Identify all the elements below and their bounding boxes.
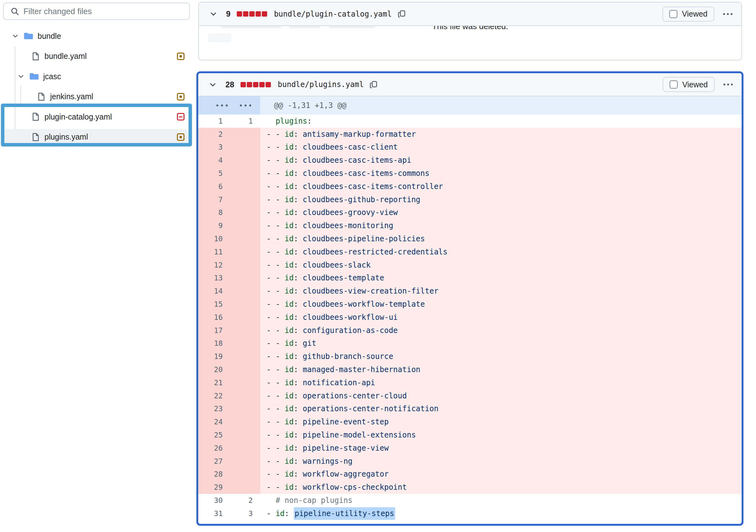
new-line-number[interactable]: 3 — [231, 507, 260, 520]
old-line-number[interactable]: 21 — [198, 376, 231, 389]
code-content: - - id: operations-center-cloud — [260, 389, 742, 402]
viewed-checkbox[interactable] — [669, 10, 677, 18]
old-line-number[interactable]: 29 — [198, 481, 231, 494]
collapse-chevron-icon[interactable] — [209, 81, 217, 89]
new-line-number[interactable] — [231, 167, 260, 180]
new-line-number[interactable] — [231, 468, 260, 481]
old-line-number[interactable]: 30 — [198, 494, 231, 507]
file-icon — [31, 52, 40, 61]
old-line-number[interactable]: 20 — [198, 363, 231, 376]
new-line-number[interactable] — [231, 428, 260, 442]
viewed-checkbox[interactable] — [669, 80, 678, 89]
new-line-number[interactable] — [231, 128, 260, 141]
diff-line: 302 # non-cap plugins — [198, 494, 742, 507]
new-line-number[interactable] — [231, 389, 260, 402]
new-line-number[interactable] — [231, 415, 260, 428]
old-line-number[interactable]: 24 — [198, 415, 231, 428]
new-line-number[interactable] — [231, 337, 260, 350]
file-path-link[interactable]: bundle/plugin-catalog.yaml — [274, 10, 392, 18]
code-content: - - id: cloudbees-casc-items-api — [260, 154, 742, 167]
old-line-number[interactable]: 28 — [198, 468, 231, 481]
old-line-number[interactable]: 1 — [198, 114, 231, 128]
new-line-number[interactable] — [231, 219, 260, 232]
old-line-number[interactable]: 23 — [198, 402, 231, 416]
old-line-number[interactable]: 27 — [198, 455, 231, 468]
collapse-chevron-icon[interactable] — [209, 10, 217, 18]
old-line-number[interactable]: 10 — [198, 232, 231, 245]
new-line-number[interactable] — [231, 298, 260, 311]
code-content: - - id: cloudbees-groovy-view — [260, 206, 742, 219]
file-path-link[interactable]: bundle/plugins.yaml — [278, 80, 364, 89]
tree-item-bundle-yaml[interactable]: bundle.yaml — [3, 48, 189, 64]
chevron-down-icon[interactable] — [12, 33, 19, 39]
file-icon — [31, 133, 40, 141]
new-line-number[interactable] — [231, 193, 260, 206]
old-line-number[interactable]: 11 — [198, 245, 231, 259]
old-line-number[interactable]: 4 — [198, 154, 231, 167]
code-content: - - id: notification-api — [260, 376, 742, 389]
new-line-number[interactable] — [231, 245, 260, 259]
new-line-number[interactable] — [231, 232, 260, 245]
new-line-number[interactable] — [231, 481, 260, 494]
old-line-number[interactable]: 13 — [198, 272, 231, 285]
old-line-number[interactable]: 31 — [198, 507, 231, 520]
new-line-number[interactable] — [231, 272, 260, 285]
new-line-number[interactable]: 1 — [231, 114, 260, 128]
old-line-number[interactable]: 9 — [198, 219, 231, 232]
new-line-number[interactable] — [231, 311, 260, 324]
file-options-kebab-icon[interactable] — [722, 11, 733, 17]
new-line-number[interactable] — [231, 285, 260, 298]
code-content: - id: pipeline-utility-steps — [260, 507, 742, 520]
code-content: - - id: cloudbees-restricted-credentials — [260, 245, 742, 259]
new-line-number[interactable] — [231, 350, 260, 363]
new-line-number[interactable] — [231, 402, 260, 416]
new-line-number[interactable] — [231, 455, 260, 468]
old-line-number[interactable]: 2 — [198, 128, 231, 141]
old-line-number[interactable]: 5 — [198, 167, 231, 180]
folder-icon — [24, 31, 33, 41]
diff-line: 7- - id: cloudbees-github-reporting — [198, 193, 742, 206]
old-line-number[interactable]: 19 — [198, 350, 231, 363]
new-line-number[interactable] — [231, 154, 260, 167]
file-options-kebab-icon[interactable] — [723, 81, 734, 88]
old-line-number[interactable]: 17 — [198, 324, 231, 337]
code-content: - - id: warnings-ng — [260, 455, 742, 468]
new-line-number[interactable] — [231, 206, 260, 219]
new-line-number[interactable] — [231, 180, 260, 193]
old-line-number[interactable]: 14 — [198, 285, 231, 298]
old-line-number[interactable]: 26 — [198, 442, 231, 455]
old-line-number[interactable]: 18 — [198, 337, 231, 350]
tree-item-jenkins-yaml[interactable]: jenkins.yaml — [3, 89, 189, 105]
copy-path-icon[interactable] — [397, 10, 406, 18]
new-line-number[interactable]: 2 — [231, 494, 260, 507]
old-line-number[interactable]: 25 — [198, 428, 231, 442]
tree-item-plugin-catalog-yaml[interactable]: plugin-catalog.yaml — [3, 109, 189, 125]
diff-line: 13- - id: cloudbees-template — [198, 272, 742, 285]
new-line-number[interactable] — [231, 141, 260, 154]
tree-item-bundle[interactable]: bundle — [3, 28, 189, 44]
old-line-number[interactable]: 22 — [198, 389, 231, 402]
tree-item-label: jenkins.yaml — [50, 92, 93, 101]
viewed-toggle-button[interactable]: Viewed — [663, 77, 715, 92]
new-line-number[interactable] — [231, 259, 260, 272]
old-line-number[interactable]: 16 — [198, 311, 231, 324]
new-line-number[interactable] — [231, 376, 260, 389]
filter-changed-files-input[interactable] — [19, 7, 189, 16]
old-line-number[interactable]: 8 — [198, 206, 231, 219]
old-line-number[interactable]: 15 — [198, 298, 231, 311]
code-content: - - id: cloudbees-casc-client — [260, 141, 742, 154]
diff-line: 11- - id: cloudbees-restricted-credentia… — [198, 245, 742, 259]
old-line-number[interactable]: 12 — [198, 259, 231, 272]
copy-path-icon[interactable] — [369, 80, 378, 89]
new-line-number[interactable] — [231, 442, 260, 455]
tree-item-jcasc[interactable]: jcasc — [3, 68, 189, 84]
old-line-number[interactable]: 3 — [198, 141, 231, 154]
new-line-number[interactable] — [231, 324, 260, 337]
new-line-number[interactable] — [231, 363, 260, 376]
chevron-down-icon[interactable] — [17, 73, 24, 80]
viewed-toggle-button[interactable]: Viewed — [662, 7, 715, 22]
expand-hunk-button[interactable] — [198, 96, 260, 114]
tree-item-plugins-yaml[interactable]: plugins.yaml — [3, 129, 189, 145]
old-line-number[interactable]: 6 — [198, 180, 231, 193]
old-line-number[interactable]: 7 — [198, 193, 231, 206]
